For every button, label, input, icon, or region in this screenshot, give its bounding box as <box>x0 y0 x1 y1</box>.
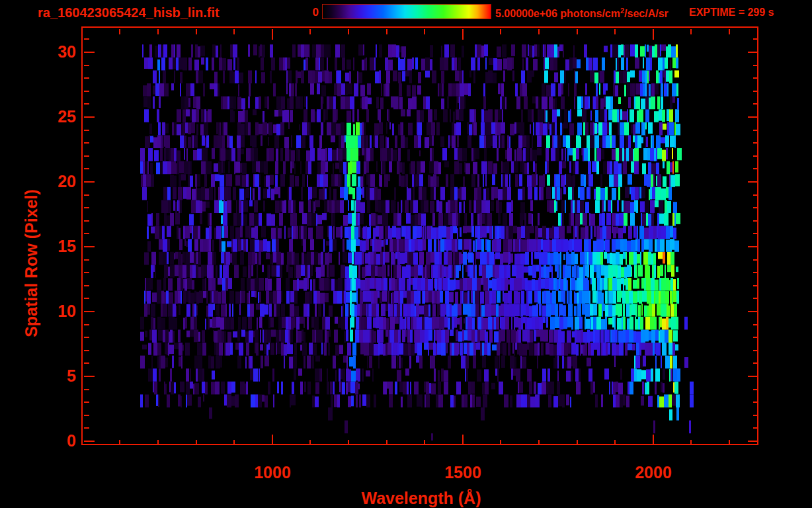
y-axis-minor-tick <box>84 324 89 325</box>
y-axis-minor-tick <box>84 155 89 157</box>
y-tick-label: 30 <box>42 42 76 62</box>
x-axis-major-tick <box>462 29 464 40</box>
x-axis-minor-tick <box>577 29 578 34</box>
y-axis-minor-tick <box>84 298 89 299</box>
y-axis-major-tick <box>84 181 95 183</box>
y-axis-minor-tick <box>753 233 758 234</box>
x-axis-minor-tick <box>614 29 616 34</box>
colorbar-min-label: 0 <box>299 6 319 19</box>
y-axis-minor-tick <box>753 259 758 261</box>
y-axis-minor-tick <box>84 259 89 261</box>
y-axis-minor-tick <box>84 285 89 286</box>
x-tick-label: 2000 <box>614 463 693 482</box>
x-axis-minor-tick <box>729 29 730 34</box>
x-axis-minor-tick <box>577 440 578 445</box>
y-axis-minor-tick <box>84 65 89 66</box>
y-axis-major-tick <box>84 52 95 53</box>
colorbar-max-label: 5.00000e+06 photons/cm2/sec/A/sr <box>495 7 669 20</box>
spectrogram-canvas <box>83 28 757 444</box>
y-tick-label: 15 <box>42 237 76 256</box>
y-axis-minor-tick <box>753 324 758 325</box>
x-axis-minor-tick <box>309 29 311 34</box>
x-axis-major-tick <box>462 435 464 445</box>
y-axis-major-tick <box>84 311 95 312</box>
x-axis-minor-tick <box>348 440 349 445</box>
y-axis-minor-tick <box>753 38 758 40</box>
y-axis-minor-tick <box>753 65 758 66</box>
y-axis-minor-tick <box>84 38 89 40</box>
y-axis-minor-tick <box>753 427 758 429</box>
x-axis-minor-tick <box>424 29 425 34</box>
y-axis-minor-tick <box>84 220 89 222</box>
colorbar-max-value: 5.00000e+06 <box>495 8 557 19</box>
y-axis-minor-tick <box>753 207 758 208</box>
plot-frame: Wavelength (Å) Spatial Row (Pixel) 10001… <box>81 26 758 445</box>
y-axis-minor-tick <box>84 194 89 196</box>
y-axis-minor-tick <box>84 350 89 351</box>
y-axis-minor-tick <box>753 130 758 131</box>
y-axis-major-tick <box>748 181 758 183</box>
y-tick-label: 10 <box>42 302 76 321</box>
y-axis-minor-tick <box>84 130 89 131</box>
x-axis-title: Wavelength (Å) <box>322 489 520 508</box>
exptime-label: EXPTIME = 299 s <box>689 7 774 19</box>
y-axis-major-tick <box>748 52 758 53</box>
x-axis-minor-tick <box>424 440 425 445</box>
x-axis-minor-tick <box>386 29 387 34</box>
y-tick-label: 20 <box>42 172 76 191</box>
y-axis-minor-tick <box>84 427 89 429</box>
y-axis-minor-tick <box>753 402 758 403</box>
y-axis-minor-tick <box>84 415 89 416</box>
x-axis-major-tick <box>653 435 654 445</box>
colorbar-units-prefix: photons/cm <box>557 8 620 19</box>
x-axis-minor-tick <box>500 29 501 34</box>
y-axis-minor-tick <box>753 298 758 299</box>
x-axis-minor-tick <box>309 440 311 445</box>
y-axis-minor-tick <box>753 415 758 416</box>
y-axis-minor-tick <box>753 220 758 222</box>
y-axis-minor-tick <box>753 142 758 144</box>
y-axis-minor-tick <box>84 389 89 390</box>
x-axis-minor-tick <box>538 440 540 445</box>
x-axis-minor-tick <box>157 440 159 445</box>
y-axis-minor-tick <box>753 272 758 273</box>
idl-display-window: ra_160423065424_hisb_lin.fit 0 5.00000e+… <box>0 0 812 508</box>
y-axis-title: Spatial Row (Pixel) <box>22 189 41 337</box>
y-axis-minor-tick <box>753 194 758 196</box>
y-axis-major-tick <box>84 441 95 442</box>
y-axis-minor-tick <box>753 91 758 92</box>
y-axis-minor-tick <box>753 103 758 105</box>
x-tick-label: 1000 <box>233 463 312 482</box>
y-axis-minor-tick <box>84 142 89 144</box>
x-axis-minor-tick <box>538 29 540 34</box>
y-axis-minor-tick <box>753 389 758 390</box>
x-axis-minor-tick <box>614 440 616 445</box>
y-axis-minor-tick <box>84 168 89 169</box>
y-tick-label: 25 <box>42 107 76 126</box>
y-axis-minor-tick <box>753 285 758 286</box>
x-axis-minor-tick <box>157 29 159 34</box>
y-axis-minor-tick <box>84 337 89 338</box>
y-axis-major-tick <box>748 441 758 442</box>
y-axis-minor-tick <box>84 233 89 234</box>
x-axis-minor-tick <box>690 440 692 445</box>
x-axis-minor-tick <box>233 29 235 34</box>
x-axis-minor-tick <box>119 440 120 445</box>
x-axis-minor-tick <box>386 440 387 445</box>
y-axis-minor-tick <box>753 362 758 364</box>
file-title: ra_160423065424_hisb_lin.fit <box>38 5 220 21</box>
y-axis-major-tick <box>84 376 95 377</box>
y-axis-major-tick <box>84 246 95 247</box>
x-axis-minor-tick <box>196 440 197 445</box>
y-axis-minor-tick <box>753 77 758 79</box>
y-axis-major-tick <box>84 116 95 118</box>
colorbar-gradient <box>322 4 491 19</box>
x-axis-major-tick <box>272 435 273 445</box>
x-axis-minor-tick <box>500 440 501 445</box>
x-tick-label: 1500 <box>423 463 503 482</box>
x-axis-minor-tick <box>690 29 692 34</box>
y-axis-minor-tick <box>84 402 89 403</box>
x-axis-minor-tick <box>233 440 235 445</box>
x-axis-minor-tick <box>348 29 349 34</box>
colorbar-units-suffix: /sec/A/sr <box>624 8 669 19</box>
